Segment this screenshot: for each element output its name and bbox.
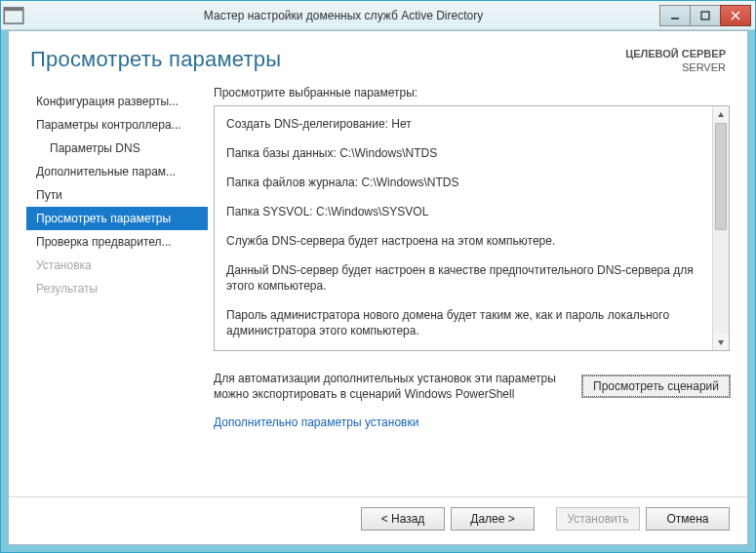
page-header: Просмотреть параметры ЦЕЛЕВОЙ СЕРВЕР SER… [9,31,747,82]
view-script-button[interactable]: Просмотреть сценарий [582,375,730,397]
svg-rect-3 [701,12,709,20]
nav-item[interactable]: Параметры контроллера... [26,113,208,137]
settings-line: Данный DNS-сервер будет настроен в качес… [226,262,700,294]
review-label: Просмотрите выбранные параметры: [214,86,730,99]
install-button: Установить [556,507,640,531]
settings-line: Папка базы данных: C:\Windows\NTDS [226,145,700,161]
nav-item[interactable]: Проверка предварител... [26,230,208,254]
settings-line: Папка файлов журнала: C:\Windows\NTDS [226,175,700,190]
scroll-up-button[interactable] [713,106,729,123]
scroll-thumb[interactable] [715,123,727,230]
window-title: Мастер настройки доменных служб Active D… [26,9,660,22]
more-options-link[interactable]: Дополнительно параметры установки [214,415,730,429]
next-button[interactable]: Далее > [451,507,535,531]
target-server-block: ЦЕЛЕВОЙ СЕРВЕР SERVER [625,47,726,74]
back-button[interactable]: < Назад [361,507,445,531]
settings-listbox[interactable]: Создать DNS-делегирование: НетПапка базы… [214,105,730,351]
nav-item[interactable]: Просмотреть параметры [26,207,208,230]
nav-item[interactable]: Конфигурация разверты... [26,90,208,113]
main-panel: Просмотрите выбранные параметры: Создать… [208,86,730,489]
target-server-value: SERVER [682,61,726,73]
scroll-track[interactable] [713,123,729,334]
app-icon [1,3,26,28]
svg-marker-7 [718,340,724,345]
scrollbar[interactable] [712,106,729,350]
svg-rect-1 [4,7,23,10]
nav-item: Результаты [26,277,208,300]
settings-line: Папка SYSVOL: C:\Windows\SYSVOL [226,204,700,219]
window-frame: Мастер настройки доменных служб Active D… [0,0,756,553]
nav-item: Установка [26,254,208,277]
nav-item[interactable]: Пути [26,183,208,207]
scroll-down-button[interactable] [713,334,729,350]
page-title: Просмотреть параметры [30,47,625,74]
settings-content: Создать DNS-делегирование: НетПапка базы… [215,106,712,350]
settings-line: Создать DNS-делегирование: Нет [226,116,700,132]
nav-item[interactable]: Дополнительные парам... [26,160,208,183]
client-area: Просмотреть параметры ЦЕЛЕВОЙ СЕРВЕР SER… [8,30,748,545]
close-button[interactable] [720,5,751,26]
settings-line: Служба DNS-сервера будет настроена на эт… [226,233,700,249]
settings-line: Пароль администратора нового домена буде… [226,307,700,338]
minimize-button[interactable] [659,5,691,26]
nav-item[interactable]: Параметры DNS [26,137,208,160]
export-text: Для автоматизации дополнительных установ… [214,371,582,402]
svg-marker-6 [718,112,724,117]
titlebar[interactable]: Мастер настройки доменных служб Active D… [1,1,755,30]
target-server-label: ЦЕЛЕВОЙ СЕРВЕР [625,48,726,59]
export-row: Для автоматизации дополнительных установ… [214,371,730,402]
wizard-nav: Конфигурация разверты...Параметры контро… [26,86,208,489]
window-buttons [660,5,751,26]
footer: < Назад Далее > Установить Отмена [9,496,747,544]
cancel-button[interactable]: Отмена [646,507,730,531]
maximize-button[interactable] [690,5,721,26]
body: Конфигурация разверты...Параметры контро… [9,82,747,496]
